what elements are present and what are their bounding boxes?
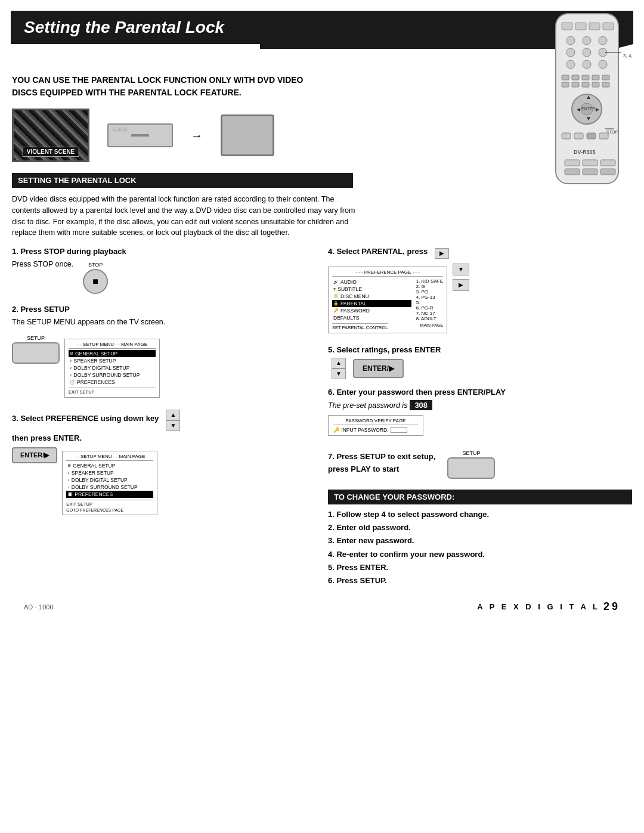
enter-button-3: ENTER/▶	[12, 447, 57, 463]
step3-down-arrow: ▲ ▼	[166, 410, 180, 431]
step4-title: 4. Select PARENTAL, press	[328, 247, 428, 256]
svg-text:◄: ◄	[575, 106, 581, 113]
brand-name: A P E X D I G I T A L	[477, 602, 600, 611]
svg-rect-18	[582, 75, 589, 80]
step4-r-arrow: ▶	[453, 279, 469, 291]
dvd-player: □ □ □ □	[107, 123, 173, 147]
svg-rect-23	[582, 82, 589, 87]
dvd-player-area: □ □ □ □	[107, 123, 173, 147]
step6-password-screen: PASSWORD VERIFY PAGE 🔑 INPUT PASSWORD:	[328, 415, 423, 436]
svg-rect-40	[565, 160, 580, 166]
svg-rect-42	[600, 160, 615, 166]
rating-1: 1. KID SAFE	[416, 278, 443, 284]
pref-disc-menu: 📀DISC MENU	[332, 293, 411, 300]
section-body: DVD video discs equipped with the parent…	[12, 194, 358, 239]
rating-3: 3. PG	[416, 289, 443, 295]
svg-rect-36	[574, 133, 583, 139]
step7-content: 7. Press SETUP to exit setup, press PLAY…	[328, 448, 632, 481]
step6-input-box	[391, 427, 407, 433]
pref-password: 🔑PASSWORD	[332, 307, 411, 314]
step3-title: 3. Select PREFERENCE using down key	[12, 414, 159, 423]
svg-point-12	[583, 60, 591, 69]
step1-body-row: Press STOP once. STOP ■	[12, 259, 316, 296]
svg-rect-19	[592, 75, 599, 80]
step6-input-row: 🔑 INPUT PASSWORD:	[333, 427, 418, 433]
down-arrow: ▼	[166, 420, 180, 431]
step4-arrows: ▼ ▶	[452, 263, 470, 292]
step3-goto: GOTO PREFERENCES PAGE	[66, 508, 153, 512]
svg-text:ENTER: ENTER	[581, 107, 596, 111]
steps-left-col: 1. Press STOP during playback Press STOP…	[12, 247, 316, 589]
svg-point-9	[583, 48, 591, 57]
svg-rect-44	[583, 169, 597, 175]
svg-rect-17	[572, 75, 579, 80]
pref-subtitle: TSUBTITLE	[332, 286, 411, 293]
step2-content: SETUP - - SETUP MENU - - MAIN PAGE ⚙GENE…	[12, 335, 316, 401]
step3-menu-general: ⚙GENERAL SETUP	[66, 462, 153, 469]
pref-right-items: 1. KID SAFE 2. G 3. PG 4. PG-13 5. 6. PG…	[416, 278, 443, 321]
step2-screen-title: - - SETUP MENU - - MAIN PAGE	[69, 342, 156, 349]
rating-5: 5.	[416, 300, 443, 305]
step7-setup-btn-area: SETUP	[447, 450, 495, 479]
svg-rect-2	[575, 23, 586, 30]
step6-note: The pre-set password is 308	[328, 400, 632, 410]
svg-rect-16	[562, 75, 569, 80]
step6-password: 308	[410, 400, 432, 410]
illustration-area: VIOLENT SCENE □ □ □ □ →	[12, 109, 632, 162]
step4-section: 4. Select PARENTAL, press ▶ - - - PREFER…	[328, 247, 632, 337]
rating-4: 4. PG-13	[416, 295, 443, 300]
svg-rect-35	[562, 133, 571, 139]
up-arrow: ▲	[166, 410, 180, 420]
pwd-step-1: 1. Follow step 4 to select password chan…	[328, 509, 632, 520]
steps-two-col: 1. Press STOP during playback Press STOP…	[12, 247, 632, 589]
svg-rect-1	[562, 23, 572, 30]
step2-screen-footer: EXIT SETUP	[69, 388, 156, 395]
svg-rect-45	[600, 169, 615, 175]
step5-content: ▲ ▼ ENTER/▶	[328, 358, 632, 379]
enter-button-5: ENTER/▶	[353, 359, 404, 378]
section-header-parental-lock: SETTING THE PARENTAL LOCK	[12, 173, 353, 188]
step5-down: ▼	[332, 368, 346, 379]
svg-text:▼: ▼	[586, 115, 592, 122]
change-password-list: 1. Follow step 4 to select password chan…	[328, 509, 632, 586]
svg-point-7	[599, 36, 607, 45]
violent-scene-display: VIOLENT SCENE	[12, 109, 89, 162]
step7-section: 7. Press SETUP to exit setup, press PLAY…	[328, 448, 632, 481]
rating-6: 6. PG-R	[416, 305, 443, 311]
svg-rect-22	[572, 82, 579, 87]
remote-control-image: 3, 4, 5 ▲ ▼ ◄ ► ENTER STOP DV-R305	[541, 11, 633, 208]
step3-screen-title: - - SETUP MENU - - MAIN PAGE	[66, 454, 153, 461]
step4-screen-body: 🔊AUDIO TSUBTITLE 📀DISC MENU 🔒PARENTAL 🔑P…	[332, 278, 443, 321]
menu-item-preferences: 📋PREFERENCES	[69, 379, 156, 386]
step2-screen: - - SETUP MENU - - MAIN PAGE ⚙GENERAL SE…	[64, 339, 160, 398]
page-title: Setting the Parental Lock	[24, 18, 620, 37]
step3-enter-button-area: ENTER/▶	[12, 447, 57, 463]
step3-menu-dolby-digital: ♪DOLBY DIGITAL SETUP	[66, 476, 153, 484]
step5-up: ▲	[332, 358, 346, 368]
tv-monitor	[221, 114, 274, 156]
pwd-step-2: 2. Enter old password.	[328, 522, 632, 533]
step4-screen-bottom: SET PARENTAL CONTROL MAIN PAGE	[332, 321, 443, 330]
steps-right-col: 4. Select PARENTAL, press ▶ - - - PREFER…	[328, 247, 632, 589]
step6-input-label: 🔑 INPUT PASSWORD:	[333, 427, 388, 433]
step3-title-row: 3. Select PREFERENCE using down key ▲ ▼	[12, 410, 316, 431]
violent-scene-screen: VIOLENT SCENE	[12, 109, 89, 162]
step7-title: 7. Press SETUP to exit setup,	[328, 452, 435, 461]
violent-scene-label: VIOLENT SCENE	[23, 147, 79, 157]
step4-screen-title: - - - PREFERENCE PAGE - - -	[332, 270, 443, 277]
menu-item-dolby-digital: ♪DOLBY DIGITAL SETUP	[69, 364, 156, 371]
step6-note-text: The pre-set password is	[328, 401, 407, 410]
svg-point-6	[583, 36, 591, 45]
step4-pref-screen: - - - PREFERENCE PAGE - - - 🔊AUDIO TSUBT…	[328, 267, 447, 333]
menu-item-speaker: ♪SPEAKER SETUP	[69, 357, 156, 364]
rating-8: 8. ADULT	[416, 316, 443, 321]
svg-rect-4	[603, 23, 614, 30]
intro-paragraph: YOU CAN USE THE PARENTAL LOCK FUNCTION O…	[12, 74, 382, 99]
change-password-section: TO CHANGE YOUR PASSWORD: 1. Follow step …	[328, 490, 632, 586]
step1-section: 1. Press STOP during playback Press STOP…	[12, 247, 316, 296]
rating-7: 7. NC-17	[416, 311, 443, 316]
stop-button-area: STOP ■	[83, 262, 108, 294]
svg-point-13	[599, 60, 607, 69]
svg-text:DV-R305: DV-R305	[574, 149, 596, 155]
step5-arrows: ▲ ▼	[332, 358, 346, 379]
